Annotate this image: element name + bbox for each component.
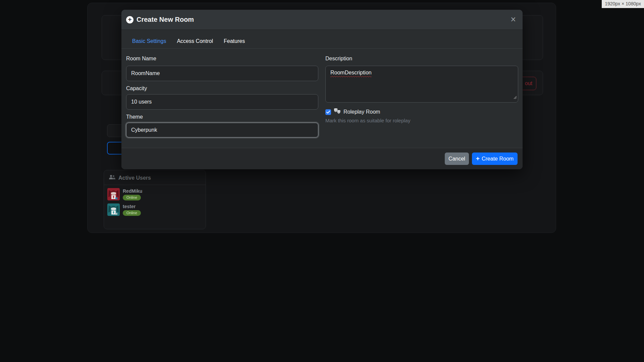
create-room-button[interactable]: + Create Room bbox=[472, 153, 518, 165]
create-room-modal: + Create New Room × Basic Settings Acces… bbox=[121, 10, 523, 169]
list-item[interactable]: RedMiku Online bbox=[104, 185, 206, 200]
room-name-label: Room Name bbox=[126, 56, 156, 62]
resize-handle-icon[interactable] bbox=[513, 94, 517, 101]
modal-footer: Cancel + Create Room bbox=[121, 148, 523, 169]
tab-features[interactable]: Features bbox=[218, 35, 250, 48]
roleplay-checkbox-row: Roleplay Room bbox=[325, 108, 380, 116]
capacity-input[interactable] bbox=[126, 94, 318, 110]
room-name-input[interactable] bbox=[126, 66, 318, 81]
theme-input[interactable] bbox=[126, 123, 318, 137]
theater-masks-icon bbox=[334, 108, 341, 116]
create-room-button-label: Create Room bbox=[482, 156, 514, 162]
user-name: RedMiku bbox=[123, 188, 142, 194]
modal-title: Create New Room bbox=[137, 16, 194, 23]
close-icon[interactable]: × bbox=[511, 15, 516, 24]
status-badge: Online bbox=[123, 210, 141, 216]
active-users-panel: Active Users RedMiku bbox=[104, 170, 206, 229]
list-item[interactable]: tester Online bbox=[104, 200, 206, 216]
description-textarea[interactable]: RoomDescription bbox=[325, 66, 518, 103]
avatar bbox=[107, 188, 120, 200]
tab-basic-settings[interactable]: Basic Settings bbox=[127, 35, 171, 48]
user-name: tester bbox=[123, 204, 141, 209]
roleplay-label: Roleplay Room bbox=[343, 109, 380, 115]
active-users-header: Active Users bbox=[104, 170, 206, 185]
users-icon bbox=[109, 175, 115, 181]
cancel-button[interactable]: Cancel bbox=[445, 153, 469, 165]
capacity-label: Capacity bbox=[126, 85, 147, 92]
avatar bbox=[107, 203, 120, 216]
viewport-size-badge: 644px × 362px bbox=[602, 0, 644, 8]
desktop: out Active Users bbox=[0, 0, 644, 362]
status-badge: Online bbox=[123, 195, 141, 200]
modal-header: + Create New Room × bbox=[121, 10, 523, 30]
tab-access-control[interactable]: Access Control bbox=[171, 35, 218, 48]
plus-icon: + bbox=[476, 155, 480, 163]
description-text: RoomDescription bbox=[330, 70, 372, 75]
roleplay-checkbox[interactable] bbox=[325, 109, 331, 115]
modal-tabs: Basic Settings Access Control Features bbox=[121, 30, 523, 49]
roleplay-help-text: Mark this room as suitable for roleplay bbox=[325, 118, 410, 123]
active-users-title: Active Users bbox=[118, 175, 151, 181]
plus-circle-icon: + bbox=[126, 16, 133, 23]
theme-label: Theme bbox=[126, 114, 143, 120]
description-label: Description bbox=[325, 56, 352, 62]
